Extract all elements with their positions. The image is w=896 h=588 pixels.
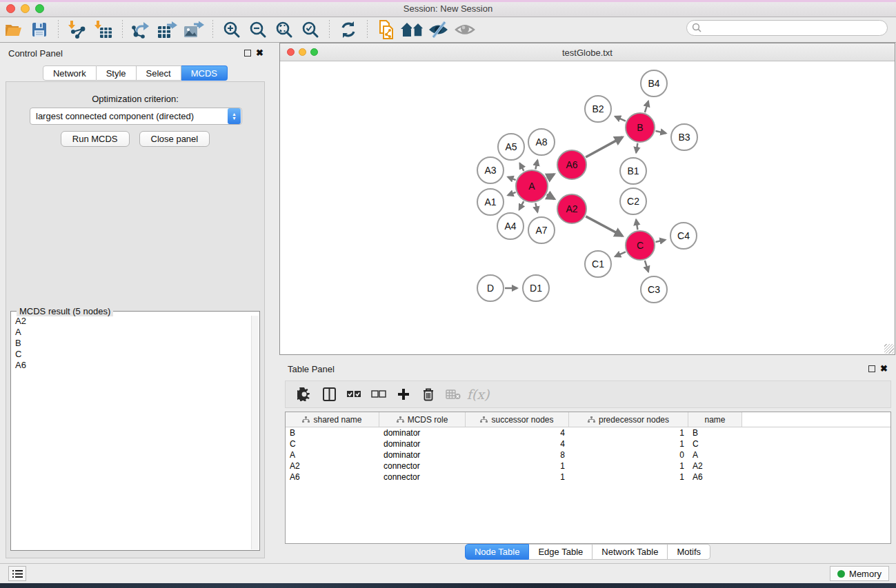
node-label-B4: B4 <box>648 78 659 89</box>
table-panel-title: Table Panel <box>288 364 335 374</box>
edge-A-A1[interactable] <box>508 192 515 195</box>
column-header-name[interactable]: name <box>688 412 742 427</box>
edge-A-A2[interactable] <box>547 194 555 199</box>
refresh-icon[interactable] <box>335 19 361 41</box>
column-header-MCDS-role[interactable]: MCDS role <box>379 412 466 427</box>
node-label-D1: D1 <box>530 283 542 294</box>
table-row[interactable]: Bdominator41B <box>286 427 890 438</box>
table-body: Bdominator41BCdominator41CAdominator80AA… <box>286 427 890 483</box>
close-panel-button[interactable]: Close panel <box>139 131 210 147</box>
column-tree-icon <box>480 416 488 423</box>
open-folder-icon[interactable] <box>0 19 26 41</box>
cell-name: A2 <box>688 461 742 471</box>
column-label: shared name <box>313 415 361 425</box>
node-label-A1: A1 <box>484 196 496 207</box>
edge-C-C2[interactable] <box>636 220 637 230</box>
zoom-out-icon[interactable] <box>245 19 271 41</box>
close-table-panel-icon[interactable]: ✖ <box>880 363 888 374</box>
result-list-item[interactable]: C <box>12 349 251 360</box>
column-header-shared-name[interactable]: shared name <box>286 412 379 427</box>
task-history-button[interactable] <box>8 566 26 581</box>
column-header-predecessor-nodes[interactable]: predecessor nodes <box>569 412 688 427</box>
table-row[interactable]: Cdominator41C <box>286 438 890 449</box>
export-network-icon[interactable] <box>128 19 155 41</box>
edge-B-B2[interactable] <box>615 116 626 121</box>
function-builder-icon[interactable]: f(x) <box>468 384 488 405</box>
clone-network-icon[interactable] <box>373 19 399 41</box>
search-input[interactable] <box>702 22 887 34</box>
titlebar-accent-line <box>0 0 896 2</box>
column-label: successor nodes <box>491 415 553 425</box>
add-row-icon[interactable] <box>393 384 414 405</box>
cell-successor-nodes: 1 <box>466 472 569 482</box>
edge-C-C1[interactable] <box>615 252 626 256</box>
import-network-icon[interactable] <box>64 19 90 41</box>
control-panel-header: Control Panel ✖ <box>0 43 270 63</box>
float-table-panel-icon[interactable] <box>868 365 875 372</box>
unselect-all-icon[interactable] <box>368 384 389 405</box>
edge-A-A7[interactable] <box>535 203 537 212</box>
app-titlebar: Session: New Session <box>0 0 896 17</box>
edge-C-C4[interactable] <box>655 240 665 242</box>
tab-edge-table[interactable]: Edge Table <box>529 544 593 560</box>
cell-name: B <box>688 428 742 438</box>
optimization-select[interactable]: largest connected component (directed) ▲… <box>30 108 242 125</box>
memory-button[interactable]: Memory <box>830 566 889 581</box>
table-row[interactable]: A6connector11A6 <box>286 472 890 483</box>
tab-mcds[interactable]: MCDS <box>181 65 228 81</box>
edge-A6-B[interactable] <box>586 137 622 157</box>
tab-network[interactable]: Network <box>43 65 97 81</box>
close-panel-icon[interactable]: ✖ <box>256 48 263 58</box>
export-image-icon[interactable] <box>181 19 207 41</box>
result-scrollbar[interactable] <box>251 316 259 549</box>
show-networks-home-icon[interactable] <box>399 19 426 41</box>
edge-B-B3[interactable] <box>655 131 666 133</box>
tab-node-table[interactable]: Node Table <box>465 544 530 560</box>
import-table-icon[interactable] <box>90 19 117 41</box>
network-canvas[interactable]: AA1A2A3A4A5A6A7A8BB1B2B3B4CC1C2C3C4DD1 <box>280 61 895 354</box>
desktop-background <box>0 583 896 588</box>
tab-style[interactable]: Style <box>97 65 137 81</box>
cell-shared-name: A2 <box>286 461 379 471</box>
float-panel-icon[interactable] <box>244 50 251 57</box>
network-window-titlebar: testGlobe.txt <box>280 43 895 61</box>
edge-A-A4[interactable] <box>519 201 524 210</box>
edge-A-A8[interactable] <box>535 160 537 169</box>
cell-shared-name: A <box>286 450 379 460</box>
save-session-icon[interactable] <box>26 19 52 41</box>
show-column-panel-icon[interactable] <box>319 384 339 405</box>
hide-graphics-details-icon[interactable] <box>426 19 452 41</box>
table-row[interactable]: Adominator80A <box>286 449 890 460</box>
window-resize-grip[interactable] <box>884 344 894 354</box>
result-list-item[interactable]: B <box>12 338 251 349</box>
export-table-icon[interactable] <box>155 19 181 41</box>
tab-motifs[interactable]: Motifs <box>668 544 710 560</box>
cell-predecessor-nodes: 1 <box>569 472 688 482</box>
settings-gear-icon[interactable] <box>294 384 315 405</box>
table-row[interactable]: A2connector11A2 <box>286 460 890 472</box>
result-list-item[interactable]: A <box>12 327 251 338</box>
column-header-successor-nodes[interactable]: successor nodes <box>466 412 569 427</box>
delete-row-icon[interactable] <box>418 384 439 405</box>
toolbar-separator <box>122 20 123 39</box>
zoom-fit-icon[interactable] <box>271 19 297 41</box>
birds-eye-view-icon[interactable] <box>452 19 478 41</box>
edge-A-A6[interactable] <box>547 174 554 179</box>
edge-C-C3[interactable] <box>645 261 648 272</box>
delete-table-icon[interactable] <box>443 384 464 405</box>
cell-MCDS-role: dominator <box>379 450 466 460</box>
edge-A-A3[interactable] <box>508 177 515 180</box>
edge-A-A5[interactable] <box>520 163 524 171</box>
select-all-icon[interactable] <box>344 384 364 405</box>
edge-B-B1[interactable] <box>636 143 637 153</box>
tab-network-table[interactable]: Network Table <box>593 544 668 560</box>
cell-successor-nodes: 8 <box>466 450 569 460</box>
edge-B-B4[interactable] <box>645 101 648 112</box>
zoom-in-icon[interactable] <box>219 19 245 41</box>
result-list-item[interactable]: A6 <box>12 360 251 371</box>
zoom-selected-icon[interactable] <box>297 19 323 41</box>
result-list-item[interactable]: A2 <box>12 316 251 327</box>
tab-select[interactable]: Select <box>137 65 181 81</box>
edge-A2-C[interactable] <box>586 216 622 236</box>
run-mcds-button[interactable]: Run MCDS <box>61 131 130 147</box>
